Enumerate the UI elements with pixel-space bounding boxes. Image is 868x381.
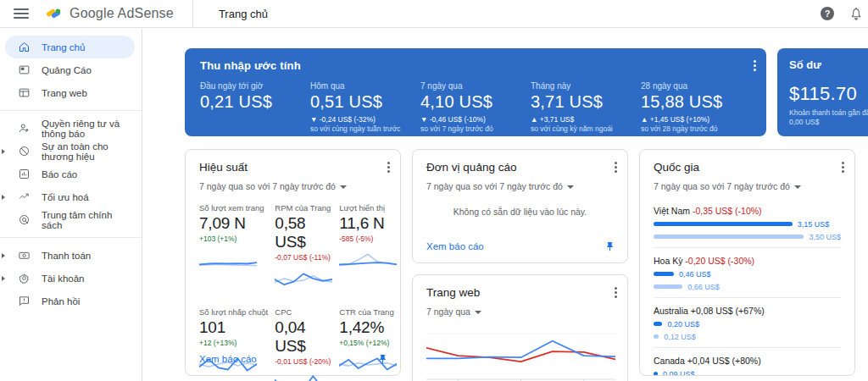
sidebar-item-1[interactable]: Quảng Cáo bbox=[5, 58, 135, 81]
countries-range-select[interactable]: 7 ngày qua so với 7 ngày trước đó bbox=[654, 181, 801, 191]
earnings-period-label: Tháng này bbox=[531, 81, 641, 91]
earnings-period-compare: so với 28 ngày trước đó bbox=[641, 124, 751, 133]
country-current-bar: 3,15 US$ bbox=[654, 219, 841, 229]
performance-metric-0: Số lượt xem trang7,09 N+103 (+1%) bbox=[199, 203, 268, 295]
earnings-period-label: 7 ngày qua bbox=[420, 81, 531, 91]
menu-hamburger-icon[interactable] bbox=[14, 8, 29, 19]
earnings-period-compare: so với cùng ngày tuần trước bbox=[310, 124, 420, 133]
earnings-period-compare: so với 7 ngày trước đó bbox=[420, 124, 531, 133]
metric-change: -0,07 US$ (-11%) bbox=[275, 253, 332, 262]
countries-range-label: 7 ngày qua so với 7 ngày trước đó bbox=[654, 181, 790, 191]
chevron-down-icon bbox=[794, 185, 801, 189]
adsense-logo[interactable]: Google AdSense bbox=[44, 5, 174, 22]
earnings-period-4: 28 ngày qua15,88 US$▲ +1,45 US$ (+10%)so… bbox=[641, 81, 751, 133]
performance-metric-1: RPM của Trang0,58 US$-0,07 US$ (-11%) bbox=[275, 203, 332, 295]
sidebar-item-label: Báo cáo bbox=[42, 169, 77, 179]
performance-view-report-link[interactable]: Xem báo cáo bbox=[199, 354, 257, 364]
earnings-period-label: Hôm qua bbox=[310, 81, 420, 91]
metric-sparkline-chart bbox=[339, 248, 397, 273]
country-row-1: Hoa Kỳ -0,20 US$ (-30%)0,46 US$0,66 US$ bbox=[654, 248, 841, 298]
pin-icon[interactable] bbox=[377, 354, 388, 365]
country-previous-bar: 0,12 US$ bbox=[654, 332, 841, 341]
sites-card: Trang web 7 ngày qua 1 thg 73 thg 75 thg… bbox=[412, 274, 628, 381]
country-previous-value: 0,66 US$ bbox=[687, 283, 720, 291]
earnings-period-label: Đầu ngày tới giờ bbox=[200, 81, 310, 91]
metric-value: 0,58 US$ bbox=[275, 214, 332, 251]
country-previous-value: 3,50 US$ bbox=[809, 233, 841, 241]
sidebar-item-label: Tài khoản bbox=[42, 273, 85, 284]
country-previous-value: 0,12 US$ bbox=[664, 333, 696, 341]
country-name: Hoa Kỳ bbox=[654, 256, 682, 266]
country-current-value: 3,15 US$ bbox=[798, 220, 830, 229]
country-current-value: 0,20 US$ bbox=[667, 320, 699, 329]
ad-units-view-report-link[interactable]: Xem báo cáo bbox=[426, 241, 484, 251]
sidebar-item-label: Trang web bbox=[42, 88, 87, 98]
sidebar-item-10[interactable]: Phản hồi bbox=[5, 290, 135, 312]
sites-overflow-menu-icon[interactable] bbox=[615, 285, 617, 300]
countries-card-title: Quốc gia bbox=[654, 161, 841, 174]
sidebar-item-8[interactable]: Thanh toán bbox=[5, 244, 135, 267]
sidebar-item-6[interactable]: Tối ưu hoá bbox=[5, 185, 135, 208]
sidebar-item-2[interactable]: Trang web bbox=[5, 81, 135, 104]
metric-sparkline-chart bbox=[275, 267, 332, 292]
sites-icon bbox=[17, 86, 31, 100]
sites-range-select[interactable]: 7 ngày qua bbox=[426, 306, 481, 317]
country-current-value: 0,09 US$ bbox=[663, 370, 695, 377]
balance-card: Số dư $115.70 Khoản thanh toán gần đây n… bbox=[777, 48, 868, 136]
ad-units-card-title: Đơn vị quảng cáo bbox=[426, 161, 614, 174]
chevron-down-icon bbox=[340, 185, 347, 189]
metric-label: CTR của Trang bbox=[339, 307, 397, 317]
countries-overflow-menu-icon[interactable] bbox=[842, 160, 844, 174]
earnings-period-change: ▼ -0,24 US$ (-32%) bbox=[310, 115, 420, 124]
brand-safety-icon bbox=[17, 145, 31, 158]
earnings-period-value: 3,71 US$ bbox=[531, 92, 641, 112]
sidebar-item-label: Phản hồi bbox=[42, 296, 80, 306]
expand-arrow-icon[interactable] bbox=[2, 253, 5, 258]
performance-range-select[interactable]: 7 ngày qua so với 7 ngày trước đó bbox=[199, 181, 347, 191]
sidebar-item-label: Trung tâm chính sách bbox=[42, 210, 135, 230]
sidebar-item-5[interactable]: Báo cáo bbox=[5, 163, 135, 185]
sidebar-item-7[interactable]: Trung tâm chính sách bbox=[5, 208, 135, 231]
metric-value: 101 bbox=[199, 318, 268, 337]
country-change: -0,35 US$ (-10%) bbox=[693, 206, 762, 216]
ad-units-overflow-menu-icon[interactable] bbox=[615, 160, 617, 174]
ad-units-card: Đơn vị quảng cáo 7 ngày qua so với 7 ngà… bbox=[412, 149, 628, 263]
settings-gear-icon bbox=[17, 272, 31, 285]
expand-arrow-icon[interactable] bbox=[2, 276, 5, 281]
country-change: +0,08 US$ (+67%) bbox=[691, 306, 765, 316]
sidebar-item-4[interactable]: Sự an toàn cho thương hiệu bbox=[5, 140, 135, 163]
country-current-bar: 0,20 US$ bbox=[654, 319, 841, 329]
metric-value: 7,09 N bbox=[199, 214, 268, 233]
help-icon[interactable]: ? bbox=[821, 7, 834, 20]
ads-icon bbox=[17, 64, 31, 77]
privacy-person-icon bbox=[17, 122, 31, 135]
metric-change: -585 (-5%) bbox=[339, 235, 397, 243]
performance-overflow-menu-icon[interactable] bbox=[387, 160, 390, 174]
country-row-0: Việt Nam -0,35 US$ (-10%)3,15 US$3,50 US… bbox=[654, 198, 841, 248]
expand-arrow-icon[interactable] bbox=[2, 195, 5, 200]
sidebar-item-3[interactable]: Quyền riêng tư và thông báo bbox=[5, 117, 135, 140]
notifications-bell-icon[interactable] bbox=[849, 7, 863, 21]
sidebar-item-9[interactable]: Tài khoản bbox=[5, 267, 135, 290]
country-name-and-change: Australia +0,08 US$ (+67%) bbox=[654, 306, 841, 316]
earnings-period-value: 15,88 US$ bbox=[641, 92, 751, 112]
earnings-period-label: 28 ngày qua bbox=[641, 81, 751, 91]
metric-label: CPC bbox=[275, 307, 332, 317]
expand-arrow-icon[interactable] bbox=[2, 149, 5, 154]
estimated-earnings-card: Thu nhập ước tính Đầu ngày tới giờ0,21 U… bbox=[185, 48, 766, 136]
earnings-period-value: 0,21 US$ bbox=[200, 92, 310, 112]
chevron-down-icon bbox=[567, 185, 574, 189]
earnings-period-change: ▼ -0,46 US$ (-10%) bbox=[420, 115, 531, 124]
ad-units-range-select[interactable]: 7 ngày qua so với 7 ngày trước đó bbox=[426, 181, 574, 191]
payments-icon bbox=[17, 249, 31, 262]
country-previous-bar: 3,50 US$ bbox=[654, 232, 841, 241]
sites-card-title: Trang web bbox=[426, 286, 614, 299]
earnings-period-0: Đầu ngày tới giờ0,21 US$ bbox=[200, 81, 310, 133]
metric-sparkline-chart bbox=[199, 248, 257, 273]
pin-icon[interactable] bbox=[604, 241, 615, 252]
sidebar-nav: Trang chủQuảng CáoTrang webQuyền riêng t… bbox=[0, 29, 142, 381]
earnings-overflow-menu-icon[interactable] bbox=[754, 58, 756, 73]
feedback-icon bbox=[17, 295, 31, 308]
country-row-2: Australia +0,08 US$ (+67%)0,20 US$0,12 U… bbox=[654, 298, 841, 348]
sidebar-item-0[interactable]: Trang chủ bbox=[5, 36, 135, 58]
